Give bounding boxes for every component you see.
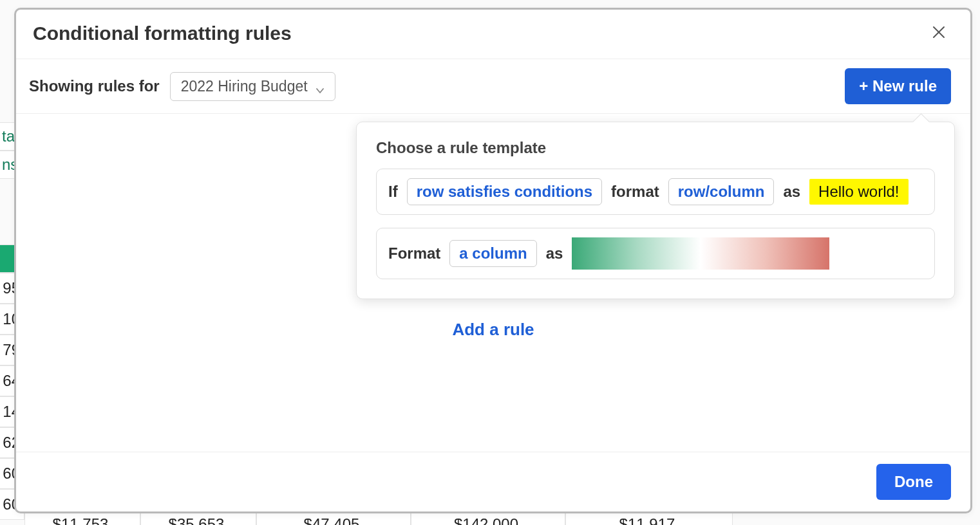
bg-bottom-cell: $142,000	[411, 511, 565, 525]
chevron-down-icon	[316, 82, 325, 91]
target-token[interactable]: row/column	[668, 178, 775, 205]
highlight-preview: Hello world!	[809, 179, 908, 205]
showing-rules-label: Showing rules for	[29, 77, 160, 95]
add-rule-link[interactable]: Add a rule	[452, 320, 534, 340]
dialog-footer: Done	[16, 452, 970, 511]
bg-bottom-cell: $11,753	[24, 511, 140, 525]
dialog-toolbar: Showing rules for 2022 Hiring Budget + N…	[16, 59, 970, 114]
bg-bottom-cell: $47,405	[256, 511, 411, 525]
dialog-title: Conditional formatting rules	[33, 23, 292, 44]
bg-bottom-cell: $11,917	[565, 511, 733, 525]
rule-template-popover: Choose a rule template If row satisfies …	[356, 122, 955, 299]
template2-text-as: as	[546, 244, 563, 262]
condition-token[interactable]: row satisfies conditions	[407, 178, 602, 205]
close-icon	[932, 25, 946, 39]
sheet-selector-dropdown[interactable]: 2022 Hiring Budget	[170, 72, 335, 101]
popover-title: Choose a rule template	[376, 139, 935, 157]
template2-text-format: Format	[388, 244, 440, 262]
rule-template-gradient[interactable]: Format a column as	[376, 228, 935, 279]
new-rule-button[interactable]: + New rule	[845, 68, 951, 104]
toolbar-left: Showing rules for 2022 Hiring Budget	[29, 72, 335, 101]
dialog-body: Add a rule Choose a rule template If row…	[16, 114, 970, 452]
bg-bottom-cell: $35,653	[140, 511, 256, 525]
done-button[interactable]: Done	[876, 464, 951, 500]
column-token[interactable]: a column	[449, 240, 536, 267]
rule-template-conditional[interactable]: If row satisfies conditions format row/c…	[376, 169, 935, 215]
conditional-formatting-dialog: Conditional formatting rules Showing rul…	[14, 8, 972, 513]
dropdown-value: 2022 Hiring Budget	[181, 78, 308, 95]
template-text-format: format	[611, 183, 659, 201]
template-text-if: If	[388, 183, 398, 201]
template-text-as: as	[783, 183, 800, 201]
close-button[interactable]	[927, 23, 951, 44]
dialog-header: Conditional formatting rules	[16, 10, 970, 59]
gradient-preview	[572, 237, 829, 270]
